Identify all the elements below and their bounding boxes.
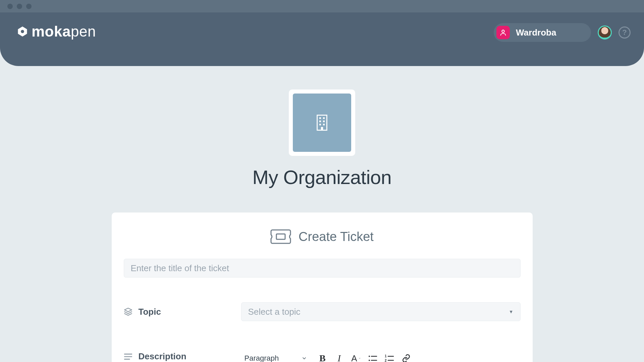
- logo-icon: [16, 25, 29, 38]
- svg-rect-7: [319, 124, 321, 125]
- chevron-down-icon: ▼: [509, 309, 514, 314]
- svg-point-15: [369, 356, 370, 357]
- org-name-label: Wardroba: [516, 27, 556, 38]
- header-right: Wardroba ?: [494, 23, 631, 42]
- topic-label: Topic: [139, 307, 161, 317]
- window-close-dot[interactable]: [7, 4, 13, 9]
- app-logo[interactable]: mokapen: [16, 23, 96, 40]
- title-placeholder: Enter the title of the ticket: [131, 263, 229, 274]
- topic-label-wrap: Topic: [124, 307, 241, 317]
- window-chrome: [0, 0, 644, 12]
- person-icon: [496, 26, 510, 39]
- svg-rect-9: [321, 127, 323, 130]
- org-tile[interactable]: [289, 89, 355, 156]
- description-row: Description Paragraph B I A: [124, 351, 521, 362]
- window-maximize-dot[interactable]: [26, 4, 32, 9]
- svg-point-0: [21, 30, 24, 33]
- description-label: Description: [139, 351, 186, 362]
- topic-select[interactable]: Select a topic ▼: [241, 302, 521, 321]
- help-icon[interactable]: ?: [619, 26, 631, 39]
- numbered-list-button[interactable]: 1 2: [385, 354, 394, 362]
- svg-rect-8: [323, 124, 325, 125]
- link-button[interactable]: [401, 354, 411, 362]
- card-header: Create Ticket: [124, 229, 521, 244]
- topic-row: Topic Select a topic ▼: [124, 302, 521, 321]
- svg-rect-10: [276, 234, 285, 239]
- svg-text:2: 2: [385, 359, 387, 362]
- paragraph-style-select[interactable]: Paragraph: [245, 354, 307, 362]
- bullet-list-button[interactable]: [368, 354, 377, 362]
- building-icon: [315, 115, 329, 131]
- ticket-title-input[interactable]: Enter the title of the ticket: [124, 259, 521, 278]
- org-switcher[interactable]: Wardroba: [494, 23, 591, 42]
- org-tile-inner: [293, 94, 351, 152]
- app-header: mokapen Wardroba ?: [0, 12, 644, 66]
- svg-rect-3: [319, 117, 321, 119]
- topic-select-placeholder: Select a topic: [248, 307, 301, 317]
- logo-text: mokapen: [32, 23, 96, 40]
- chevron-down-icon: [302, 356, 307, 361]
- main-content: My Organization Create Ticket Enter the …: [0, 66, 644, 362]
- avatar-face: [599, 26, 611, 39]
- italic-button[interactable]: I: [334, 354, 344, 362]
- text-color-button[interactable]: A: [351, 354, 361, 362]
- svg-marker-11: [124, 308, 132, 312]
- user-avatar[interactable]: [598, 25, 612, 40]
- svg-point-1: [502, 30, 504, 33]
- editor-toolbar: Paragraph B I A: [241, 351, 521, 362]
- svg-point-17: [369, 360, 370, 361]
- text-lines-icon: [124, 353, 132, 360]
- svg-rect-6: [323, 121, 325, 122]
- window-minimize-dot[interactable]: [17, 4, 22, 9]
- svg-rect-5: [319, 121, 321, 122]
- svg-rect-4: [323, 117, 325, 119]
- card-header-text: Create Ticket: [299, 230, 374, 244]
- bold-button[interactable]: B: [318, 354, 327, 362]
- description-label-wrap: Description: [124, 351, 241, 362]
- ticket-icon: [270, 229, 291, 244]
- layers-icon: [124, 307, 132, 316]
- page-title: My Organization: [253, 166, 392, 188]
- create-ticket-card: Create Ticket Enter the title of the tic…: [112, 213, 533, 362]
- style-select-label: Paragraph: [245, 354, 279, 362]
- svg-text:1: 1: [385, 354, 387, 358]
